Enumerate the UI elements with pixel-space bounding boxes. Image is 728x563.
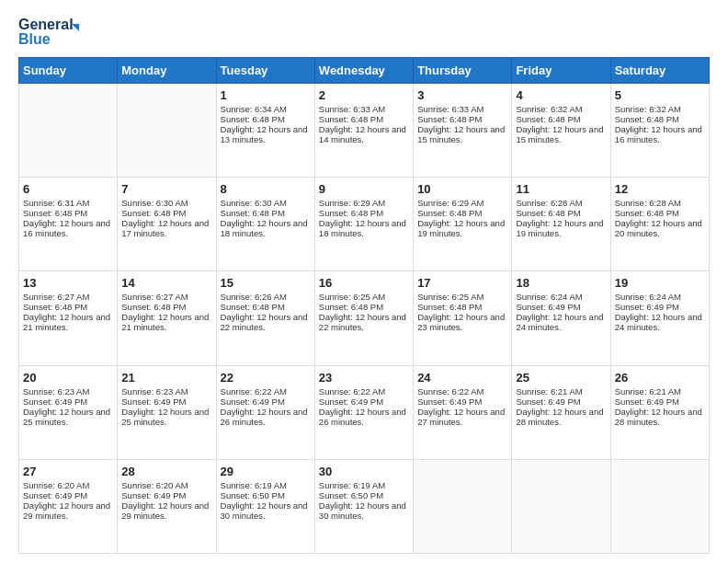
sunrise-text: Sunrise: 6:29 AM — [417, 198, 483, 208]
daylight-text: Daylight: 12 hours and 19 minutes. — [417, 218, 505, 238]
calendar-cell: 21Sunrise: 6:23 AMSunset: 6:49 PMDayligh… — [118, 365, 216, 459]
sunrise-text: Sunrise: 6:33 AM — [417, 104, 483, 114]
sunset-text: Sunset: 6:49 PM — [121, 490, 186, 500]
calendar-cell: 16Sunrise: 6:25 AMSunset: 6:48 PMDayligh… — [314, 271, 413, 365]
calendar-cell: 11Sunrise: 6:28 AMSunset: 6:48 PMDayligh… — [512, 178, 610, 271]
calendar-cell: 26Sunrise: 6:21 AMSunset: 6:49 PMDayligh… — [610, 365, 709, 459]
sunrise-text: Sunrise: 6:19 AM — [319, 480, 385, 490]
daylight-text: Daylight: 12 hours and 24 minutes. — [516, 312, 603, 332]
sunrise-text: Sunrise: 6:22 AM — [319, 386, 385, 396]
daylight-text: Daylight: 12 hours and 21 minutes. — [23, 312, 110, 332]
sunrise-text: Sunrise: 6:23 AM — [121, 386, 188, 396]
day-number: 24 — [417, 371, 507, 385]
sunset-text: Sunset: 6:48 PM — [319, 114, 383, 124]
sunrise-text: Sunrise: 6:34 AM — [221, 104, 287, 114]
sunset-text: Sunset: 6:49 PM — [121, 396, 186, 407]
sunrise-text: Sunrise: 6:28 AM — [516, 198, 582, 208]
sunrise-text: Sunrise: 6:20 AM — [121, 480, 188, 490]
calendar-cell: 29Sunrise: 6:19 AMSunset: 6:50 PMDayligh… — [216, 459, 314, 553]
sunset-text: Sunset: 6:48 PM — [417, 114, 482, 124]
daylight-text: Daylight: 12 hours and 21 minutes. — [121, 312, 209, 332]
sunset-text: Sunset: 6:50 PM — [221, 490, 285, 500]
sunrise-text: Sunrise: 6:28 AM — [615, 198, 681, 208]
daylight-text: Daylight: 12 hours and 13 minutes. — [221, 124, 308, 144]
day-header-wednesday: Wednesday — [314, 58, 413, 84]
sunrise-text: Sunrise: 6:32 AM — [516, 104, 582, 114]
day-header-saturday: Saturday — [610, 58, 709, 84]
day-header-tuesday: Tuesday — [216, 58, 314, 84]
sunrise-text: Sunrise: 6:27 AM — [23, 292, 89, 302]
daylight-text: Daylight: 12 hours and 19 minutes. — [516, 218, 603, 238]
sunset-text: Sunset: 6:48 PM — [221, 114, 285, 124]
svg-text:Blue: Blue — [18, 31, 51, 47]
day-number: 2 — [319, 88, 409, 102]
svg-text:General: General — [18, 17, 74, 32]
day-number: 15 — [221, 276, 311, 290]
sunset-text: Sunset: 6:50 PM — [319, 490, 383, 500]
calendar-cell: 20Sunrise: 6:23 AMSunset: 6:49 PMDayligh… — [19, 365, 118, 459]
sunrise-text: Sunrise: 6:24 AM — [516, 292, 582, 302]
sunset-text: Sunset: 6:49 PM — [23, 490, 87, 500]
calendar-cell: 6Sunrise: 6:31 AMSunset: 6:48 PMDaylight… — [19, 178, 118, 271]
day-number: 28 — [121, 465, 211, 478]
calendar-cell: 4Sunrise: 6:32 AMSunset: 6:48 PMDaylight… — [512, 84, 610, 178]
day-number: 14 — [121, 276, 211, 290]
sunset-text: Sunset: 6:49 PM — [615, 396, 679, 407]
sunrise-text: Sunrise: 6:27 AM — [121, 292, 188, 302]
daylight-text: Daylight: 12 hours and 15 minutes. — [417, 124, 505, 144]
calendar-cell — [610, 459, 709, 553]
day-header-monday: Monday — [118, 58, 216, 84]
calendar-week-3: 13Sunrise: 6:27 AMSunset: 6:48 PMDayligh… — [19, 271, 710, 365]
day-number: 17 — [417, 276, 507, 290]
day-number: 21 — [121, 371, 211, 385]
sunset-text: Sunset: 6:49 PM — [615, 302, 679, 312]
sunset-text: Sunset: 6:48 PM — [121, 208, 186, 218]
sunset-text: Sunset: 6:48 PM — [516, 208, 580, 218]
calendar-cell: 15Sunrise: 6:26 AMSunset: 6:48 PMDayligh… — [216, 271, 314, 365]
sunrise-text: Sunrise: 6:30 AM — [121, 198, 188, 208]
calendar-cell: 12Sunrise: 6:28 AMSunset: 6:48 PMDayligh… — [610, 178, 709, 271]
calendar-cell: 19Sunrise: 6:24 AMSunset: 6:49 PMDayligh… — [610, 271, 709, 365]
sunrise-text: Sunrise: 6:33 AM — [319, 104, 385, 114]
daylight-text: Daylight: 12 hours and 22 minutes. — [221, 312, 308, 332]
sunrise-text: Sunrise: 6:22 AM — [417, 386, 483, 396]
sunset-text: Sunset: 6:48 PM — [319, 208, 383, 218]
day-number: 3 — [417, 88, 507, 102]
day-number: 7 — [121, 182, 211, 196]
day-number: 12 — [615, 182, 705, 196]
day-number: 1 — [221, 88, 311, 102]
header: GeneralBlue — [18, 15, 710, 48]
calendar-week-2: 6Sunrise: 6:31 AMSunset: 6:48 PMDaylight… — [19, 178, 710, 271]
calendar-week-5: 27Sunrise: 6:20 AMSunset: 6:49 PMDayligh… — [19, 459, 710, 553]
sunrise-text: Sunrise: 6:30 AM — [221, 198, 287, 208]
day-number: 9 — [319, 182, 409, 196]
sunset-text: Sunset: 6:49 PM — [23, 396, 87, 407]
calendar-cell: 3Sunrise: 6:33 AMSunset: 6:48 PMDaylight… — [414, 84, 512, 178]
sunrise-text: Sunrise: 6:25 AM — [417, 292, 483, 302]
sunset-text: Sunset: 6:48 PM — [615, 208, 679, 218]
calendar-cell: 10Sunrise: 6:29 AMSunset: 6:48 PMDayligh… — [414, 178, 512, 271]
logo-svg: GeneralBlue — [18, 15, 83, 48]
daylight-text: Daylight: 12 hours and 23 minutes. — [417, 312, 505, 332]
daylight-text: Daylight: 12 hours and 22 minutes. — [319, 312, 406, 332]
calendar-cell: 22Sunrise: 6:22 AMSunset: 6:49 PMDayligh… — [216, 365, 314, 459]
calendar-cell: 28Sunrise: 6:20 AMSunset: 6:49 PMDayligh… — [118, 459, 216, 553]
day-header-friday: Friday — [512, 58, 610, 84]
day-header-sunday: Sunday — [19, 58, 118, 84]
daylight-text: Daylight: 12 hours and 29 minutes. — [121, 500, 209, 521]
day-number: 4 — [516, 88, 606, 102]
day-number: 11 — [516, 182, 606, 196]
daylight-text: Daylight: 12 hours and 16 minutes. — [615, 124, 702, 144]
sunset-text: Sunset: 6:48 PM — [221, 208, 285, 218]
calendar-cell: 17Sunrise: 6:25 AMSunset: 6:48 PMDayligh… — [414, 271, 512, 365]
page: GeneralBlue SundayMondayTuesdayWednesday… — [0, 0, 728, 563]
sunrise-text: Sunrise: 6:21 AM — [516, 386, 582, 396]
calendar-week-1: 1Sunrise: 6:34 AMSunset: 6:48 PMDaylight… — [19, 84, 710, 178]
day-number: 16 — [319, 276, 409, 290]
day-number: 22 — [221, 371, 311, 385]
calendar-cell: 5Sunrise: 6:32 AMSunset: 6:48 PMDaylight… — [610, 84, 709, 178]
sunrise-text: Sunrise: 6:23 AM — [23, 386, 89, 396]
calendar-cell — [512, 459, 610, 553]
sunrise-text: Sunrise: 6:29 AM — [319, 198, 385, 208]
sunrise-text: Sunrise: 6:20 AM — [23, 480, 89, 490]
